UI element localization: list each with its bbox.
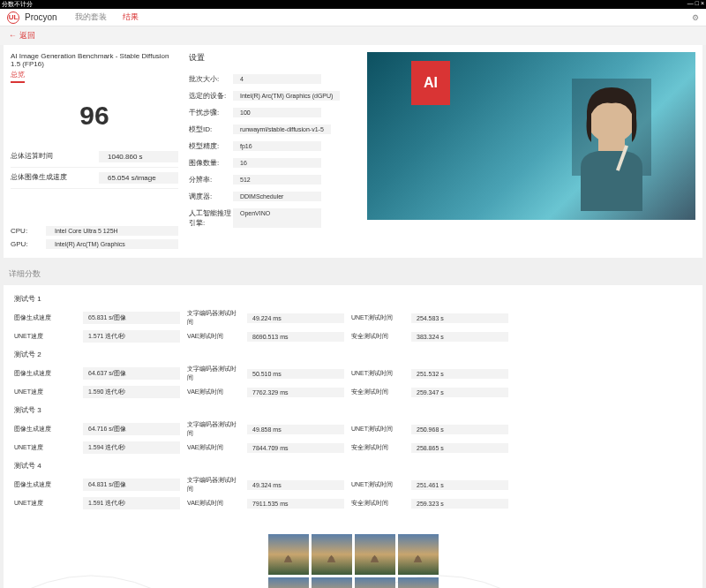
gallery-thumb[interactable] [355, 577, 395, 588]
total-time-value: 1040.860 s [99, 151, 178, 162]
device-label: 选定的设备: [189, 91, 233, 101]
window-controls[interactable]: — □ × [687, 0, 704, 9]
details-header: 详细分数 [0, 263, 706, 285]
menubar: UL Procyon 我的套装 结果 ⚙ [0, 9, 706, 26]
resolution-value: 512 [233, 175, 321, 185]
unet-time-value: 251.532 s [411, 369, 508, 379]
safety-value: 258.865 s [411, 443, 508, 453]
unet-speed-label: UNET速度 [14, 443, 76, 452]
run-block: 测试号 3 图像生成速度 64.716 s/图像 文字编码器测试时间 49.85… [14, 405, 692, 454]
device-value: Intel(R) Arc(TM) Graphics (dGPU) [233, 91, 340, 101]
ul-logo-icon: UL [7, 11, 19, 24]
run-title: 测试号 3 [14, 405, 692, 415]
unet-time-value: 254.583 s [411, 313, 508, 323]
img-speed-label: 图像生成速度 [14, 425, 76, 433]
gallery-thumb[interactable] [312, 534, 352, 575]
titlebar: 分数不计分 — □ × [0, 0, 706, 9]
safety-label: 安全测试时间 [351, 443, 404, 452]
ai-badge-icon: AI [411, 61, 450, 105]
overview-subtab[interactable]: 总览 [11, 70, 25, 83]
text-enc-value: 49.224 ms [247, 313, 344, 323]
unet-speed-value: 1.590 迭代/秒 [83, 386, 180, 398]
text-enc-label: 文字编码器测试时间 [187, 476, 240, 494]
run-title: 测试号 1 [14, 294, 692, 304]
nav-tabs: 我的套装 结果 [75, 11, 139, 23]
gallery-wrap [4, 527, 702, 588]
content-panel: AI Image Generation Benchmark - Stable D… [4, 45, 702, 258]
unet-speed-label: UNET速度 [14, 499, 76, 508]
runs-panel: 测试号 1 图像生成速度 65.831 s/图像 文字编码器测试时间 49.22… [4, 285, 702, 527]
gen-speed-value: 65.054 s/image [99, 172, 178, 184]
unet-time-label: UNET测试时间 [351, 480, 404, 489]
image-gallery [4, 527, 702, 588]
hero-person-graphic [554, 70, 669, 211]
engine-label: 人工智能推理引擎: [189, 208, 233, 228]
tab-results[interactable]: 结果 [123, 11, 139, 23]
tab-suite[interactable]: 我的套装 [75, 11, 107, 23]
text-enc-label: 文字编码器测试时间 [187, 365, 240, 382]
precision-label: 模型精度: [189, 141, 233, 151]
unet-time-label: UNET测试时间 [351, 369, 404, 378]
gallery-thumb[interactable] [268, 577, 309, 588]
unet-speed-label: UNET速度 [14, 332, 76, 341]
unet-time-label: UNET测试时间 [351, 425, 404, 433]
img-speed-value: 64.831 s/图像 [83, 479, 180, 491]
gpu-value: Intel(R) Arc(TM) Graphics [46, 239, 178, 249]
unet-speed-label: UNET速度 [14, 388, 76, 396]
img-speed-value: 65.831 s/图像 [83, 312, 180, 324]
benchmark-title: AI Image Generation Benchmark - Stable D… [11, 52, 178, 68]
unet-time-value: 250.968 s [411, 425, 508, 434]
vae-label: VAE测试时间 [187, 443, 240, 452]
gallery-thumb[interactable] [355, 534, 395, 575]
hero-image: AI [367, 52, 695, 220]
score-column: AI Image Generation Benchmark - Stable D… [11, 52, 178, 251]
img-speed-label: 图像生成速度 [14, 369, 76, 378]
img-speed-value: 64.716 s/图像 [83, 423, 180, 435]
gallery-thumb[interactable] [312, 577, 352, 588]
brand: Procyon [25, 12, 57, 22]
gallery-thumb[interactable] [268, 534, 309, 575]
run-block: 测试号 1 图像生成速度 65.831 s/图像 文字编码器测试时间 49.22… [14, 294, 692, 343]
titlebar-left: 分数不计分 [2, 0, 33, 9]
total-time-label: 总体运算时间 [11, 151, 53, 162]
safety-value: 383.324 s [411, 332, 508, 342]
back-row: ← 返回 [0, 26, 706, 45]
scheduler-label: 调度器: [189, 192, 233, 201]
images-value: 16 [233, 158, 321, 168]
text-enc-value: 49.324 ms [247, 480, 344, 490]
gallery-thumb[interactable] [398, 577, 439, 588]
img-speed-value: 64.637 s/图像 [83, 367, 180, 380]
gallery-thumb[interactable] [398, 534, 439, 575]
unet-time-label: UNET测试时间 [351, 313, 404, 322]
hardware-info: CPU: Intel Core Ultra 5 125H GPU: Intel(… [11, 224, 178, 251]
unet-speed-value: 1.591 迭代/秒 [83, 497, 180, 509]
safety-label: 安全测试时间 [351, 499, 404, 508]
cpu-value: Intel Core Ultra 5 125H [46, 226, 178, 236]
safety-label: 安全测试时间 [351, 332, 404, 341]
cpu-label: CPU: [11, 227, 46, 235]
vae-label: VAE测试时间 [187, 332, 240, 341]
images-label: 图像数量: [189, 158, 233, 168]
steps-value: 100 [233, 108, 321, 117]
vae-value: 8690.513 ms [247, 332, 344, 342]
settings-column: 设置 批次大小:4 选定的设备:Intel(R) Arc(TM) Graphic… [189, 52, 357, 251]
gen-speed-label: 总体图像生成速度 [11, 172, 67, 184]
text-enc-value: 50.510 ms [247, 369, 344, 379]
safety-value: 259.323 s [411, 499, 508, 509]
text-enc-label: 文字编码器测试时间 [187, 309, 240, 327]
gpu-label: GPU: [11, 240, 46, 248]
img-speed-label: 图像生成速度 [14, 313, 76, 322]
back-button[interactable]: ← 返回 [9, 31, 35, 40]
steps-label: 干扰步骤: [189, 108, 233, 117]
settings-icon[interactable]: ⚙ [692, 13, 699, 22]
vae-value: 7844.709 ms [247, 443, 344, 453]
img-speed-label: 图像生成速度 [14, 480, 76, 489]
unet-speed-value: 1.571 迭代/秒 [83, 330, 180, 343]
safety-label: 安全测试时间 [351, 388, 404, 396]
run-block: 测试号 2 图像生成速度 64.637 s/图像 文字编码器测试时间 50.51… [14, 350, 692, 398]
vae-label: VAE测试时间 [187, 388, 240, 396]
model-id-label: 模型ID: [189, 124, 233, 134]
unet-time-value: 251.461 s [411, 480, 508, 490]
resolution-label: 分辨率: [189, 175, 233, 185]
precision-value: fp16 [233, 141, 321, 151]
